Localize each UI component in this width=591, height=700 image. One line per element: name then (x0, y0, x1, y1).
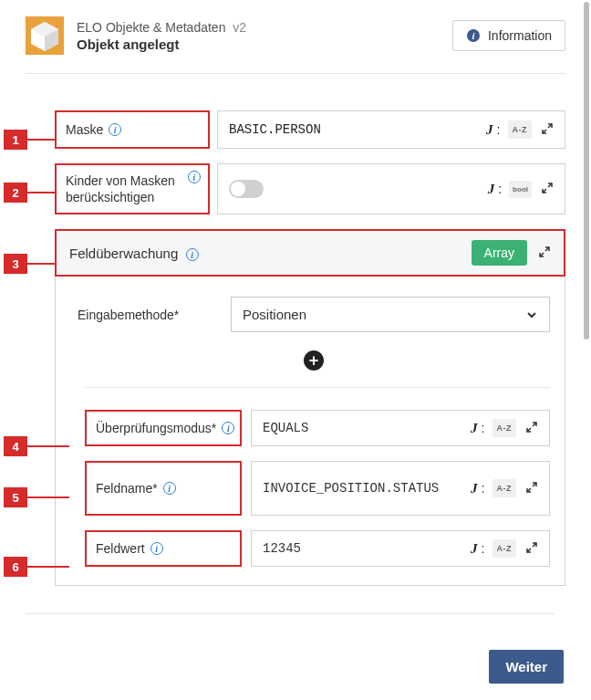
feldname-label-text: Feldname* (96, 481, 158, 496)
field-row-maske: Maske i BASIC.PERSON J: A-Z (55, 110, 565, 149)
feldwert-label: Feldwert i (85, 530, 242, 567)
maske-label-text: Maske (66, 122, 103, 137)
feldueberwachung-header[interactable]: Feldüberwachung i Array (55, 229, 565, 277)
app-title: ELO Objekte & Metadaten (77, 20, 225, 35)
information-button[interactable]: i Information (452, 20, 565, 51)
app-logo (26, 16, 64, 55)
maske-value: BASIC.PERSON (229, 115, 486, 144)
modus-label: Überprüfungsmodus* i (85, 410, 242, 446)
info-icon: i (466, 28, 481, 43)
maske-value-box[interactable]: BASIC.PERSON J: A-Z (217, 110, 565, 149)
feldname-label: Feldname* i (85, 461, 242, 516)
add-button[interactable]: + (304, 350, 324, 371)
j-icon: J (471, 481, 478, 496)
maske-label: Maske i (55, 110, 210, 149)
feldueberwachung-title: Feldüberwachung i (69, 246, 464, 262)
type-badge-az: A-Z (493, 479, 517, 497)
j-icon: J (471, 421, 478, 436)
kinder-value-box: J: bool (217, 163, 565, 214)
array-badge: Array (472, 240, 527, 266)
feldname-value: INVOICE_POSITION.STATUS (263, 470, 471, 507)
header: ELO Objekte & Metadaten v2 Objekt angele… (26, 16, 565, 55)
chevron-down-icon (525, 308, 538, 321)
modus-value: EQUALS (263, 413, 471, 443)
info-icon[interactable]: i (150, 542, 163, 555)
header-divider (26, 73, 565, 74)
type-badge-az: A-Z (493, 539, 517, 558)
field-row-modus: Überprüfungsmodus* i EQUALS J: A-Z (78, 410, 550, 446)
type-badge-az: A-Z (508, 120, 533, 139)
eingabe-label: Eingabemethode* (78, 308, 231, 322)
app-title-line: ELO Objekte & Metadaten v2 (77, 20, 440, 35)
modus-label-text: Überprüfungsmodus* (96, 421, 216, 435)
j-icon: J (488, 182, 495, 197)
eingabe-row: Eingabemethode* Positionen (78, 297, 550, 332)
main-panel: ELO Objekte & Metadaten v2 Objekt angele… (0, 0, 591, 586)
kinder-label: Kinder von Masken berücksichtigen i (55, 163, 210, 214)
expand-icon[interactable] (534, 244, 555, 263)
field-row-kinder: Kinder von Masken berücksichtigen i J: b… (55, 163, 565, 214)
expand-icon[interactable] (522, 479, 542, 498)
eingabe-select[interactable]: Positionen (231, 297, 550, 332)
app-version: v2 (233, 20, 246, 35)
eingabe-value: Positionen (243, 307, 306, 322)
info-icon[interactable]: i (222, 422, 234, 434)
next-button[interactable]: Weiter (489, 650, 564, 684)
expand-icon[interactable] (537, 180, 557, 199)
info-icon[interactable]: i (188, 171, 201, 183)
info-button-label: Information (488, 28, 552, 43)
info-icon[interactable]: i (109, 123, 121, 136)
info-icon[interactable]: i (186, 248, 199, 261)
field-row-feldname: Feldname* i INVOICE_POSITION.STATUS J: A… (78, 461, 550, 516)
app-subtitle: Objekt angelegt (77, 37, 440, 52)
kinder-toggle[interactable] (229, 180, 264, 198)
feldueberwachung-body: Eingabemethode* Positionen + Überprüfung… (55, 277, 565, 586)
feldwert-label-text: Feldwert (96, 541, 145, 556)
inner-divider (85, 387, 550, 388)
feldwert-value: 12345 (263, 534, 471, 563)
j-icon: J (471, 541, 478, 557)
modus-value-box[interactable]: EQUALS J: A-Z (251, 410, 550, 446)
field-row-feldwert: Feldwert i 12345 J: A-Z (78, 530, 550, 567)
feldname-value-box[interactable]: INVOICE_POSITION.STATUS J: A-Z (251, 461, 550, 516)
j-icon: J (486, 122, 493, 138)
footer-divider (26, 613, 555, 614)
expand-icon[interactable] (537, 120, 557, 140)
type-badge-bool: bool (509, 181, 532, 198)
kinder-label-text: Kinder von Masken berücksichtigen (66, 172, 199, 205)
feldwert-value-box[interactable]: 12345 J: A-Z (251, 530, 550, 567)
type-badge-az: A-Z (493, 419, 517, 437)
expand-icon[interactable] (522, 419, 542, 438)
info-icon[interactable]: i (163, 482, 176, 495)
expand-icon[interactable] (522, 539, 542, 559)
scrollbar[interactable] (584, 2, 589, 340)
